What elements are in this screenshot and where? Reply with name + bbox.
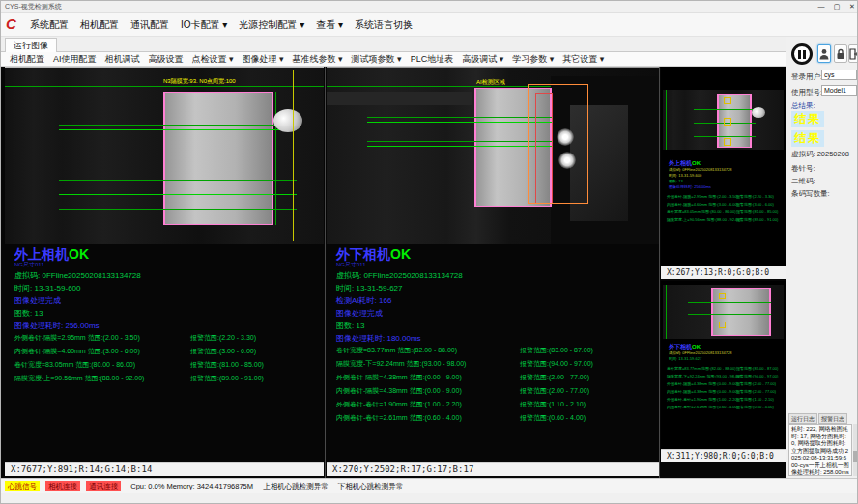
virtual-code-label: 虚拟码: 20250208 bbox=[791, 150, 849, 159]
comm-connection-badge: 通讯连接 bbox=[86, 481, 121, 491]
result-box-1: 结果 bbox=[791, 111, 824, 127]
measurement-alarm: 报警范围:(1.10 - 2.10) bbox=[520, 400, 586, 409]
tool-camera-debug[interactable]: 相机调试 bbox=[105, 52, 140, 67]
time-line: 时间: 13-31-59-627 bbox=[336, 283, 402, 294]
measurement-alarm: 报警范围:(0.60 - 4.00) bbox=[736, 405, 774, 409]
tool-ai-use-config[interactable]: AI使用配置 bbox=[53, 52, 97, 67]
maximize-button[interactable]: ▢ bbox=[830, 1, 844, 13]
detect-box bbox=[724, 97, 731, 104]
log-tab-alarm[interactable]: 报警日志 bbox=[818, 413, 847, 424]
measurement-label: 外侧卷针-卷针=1.90mm 范围:(1.00 - 2.20) bbox=[336, 401, 462, 407]
tool-spot-check[interactable]: 点检设置 ▾ bbox=[192, 52, 234, 67]
result-box-2: 结果 bbox=[791, 130, 824, 147]
thumb-barcode: 虚拟码: 0FFline20250208133134728 bbox=[669, 350, 731, 355]
user-button[interactable] bbox=[817, 44, 831, 63]
thumb-measurement-row: 卷针宽度=83.05mm 范围:(80.00 - 86.00) 报警范围:(81… bbox=[667, 210, 783, 215]
measure-line bbox=[59, 129, 297, 130]
tool-camera-config[interactable]: 相机配置 bbox=[10, 52, 44, 67]
tool-learning-params[interactable]: 学习参数 ▾ bbox=[512, 52, 554, 67]
middle-camera-view: AI检测区域 外下相机OK NG尺寸011 虚拟码: 0FFline202502… bbox=[327, 67, 659, 462]
tool-advanced-debug[interactable]: 高级调试 ▾ bbox=[462, 52, 503, 67]
measurement-label: 隔膜宽度-上=90.56mm 范围:(88.00 - 92.00) bbox=[14, 375, 144, 381]
thumb-image bbox=[663, 90, 784, 150]
menu-items: 系统配置 相机配置 通讯配置 IO卡配置 ▾ 光源控制配置 ▾ 查看 ▾ 系统语… bbox=[18, 13, 413, 37]
right-sidebar: 登录用户: cys 使用型号: Model1 总结果: 结果 结果 虚拟码: 2… bbox=[786, 37, 858, 478]
measurement-row: 卷针宽度=83.05mm 范围:(80.00 - 86.00) 报警范围:(81… bbox=[14, 360, 320, 369]
thumb-measurement-row: 隔膜宽度-上=90.56mm 范围:(88.00 - 92.00) 报警范围:(… bbox=[667, 217, 783, 223]
menu-light-config[interactable]: 光源控制配置 ▾ bbox=[239, 18, 304, 32]
thumb-measurement-row: 隔膜宽度-下=92.24mm 范围:(93.00 - 98.00) 报警范围:(… bbox=[667, 374, 783, 379]
tool-test-params[interactable]: 测试项参数 ▾ bbox=[352, 52, 402, 67]
reflection-highlight bbox=[557, 128, 574, 146]
menu-comm-config[interactable]: 通讯配置 bbox=[130, 18, 169, 32]
edge-line bbox=[666, 285, 667, 339]
tool-image-processing[interactable]: 图像处理 ▾ bbox=[243, 52, 284, 67]
exit-button[interactable] bbox=[848, 44, 858, 63]
measure-line bbox=[59, 209, 297, 210]
frame-count-line: 图数: 13 bbox=[14, 308, 43, 319]
reference-line bbox=[5, 86, 324, 87]
measurement-label: 外侧卷针-卷针=1.90mm 范围:(1.00 - 2.20) bbox=[667, 397, 738, 402]
camera-status: OK bbox=[69, 246, 89, 262]
detect-box bbox=[719, 322, 726, 328]
tab-run-image[interactable]: 运行图像 bbox=[5, 38, 57, 52]
close-button[interactable]: ✕ bbox=[845, 1, 858, 13]
log-text-area[interactable]: 耗时: 222, 网络检图耗时: 17, 网络分图耗时: 0, 网络提取分图耗时… bbox=[788, 424, 852, 476]
measure-overlay-label: N3隔膜宽:93. N0点间宽:100 bbox=[163, 77, 236, 86]
menu-system-config[interactable]: 系统配置 bbox=[30, 18, 69, 32]
tool-other-settings[interactable]: 其它设置 ▾ bbox=[562, 52, 604, 67]
tool-plc-address[interactable]: PLC地址表 bbox=[411, 52, 454, 67]
login-user-field[interactable]: cys bbox=[821, 70, 857, 80]
measurement-label: 隔膜宽度-下=92.24mm 范围:(93.00 - 98.00) bbox=[667, 374, 741, 378]
measurement-label: 内侧卷针-卷针=2.61mm 范围:(0.60 - 4.00) bbox=[336, 414, 462, 421]
left-camera-image: N3隔膜宽:93. N0点间宽:100 bbox=[5, 67, 324, 244]
time-line: 时间: 13-31-59-600 bbox=[14, 283, 80, 294]
measurement-row: 内侧卷针-卷针=2.61mm 范围:(0.60 - 4.00) 报警范围:(0.… bbox=[336, 413, 655, 422]
cpu-memory-text: Cpu: 0.0% Memory: 3424.41796875M bbox=[130, 479, 253, 493]
measurement-row: 隔膜宽度-上=90.56mm 范围:(88.00 - 92.00) 报警范围:(… bbox=[14, 374, 320, 382]
measurement-row: 外侧卷针-隔膜=4.38mm 范围:(0.00 - 9.00) 报警范围:(2.… bbox=[336, 373, 655, 381]
measurement-alarm: 报警范围:(2.00 - 77.00) bbox=[736, 389, 776, 394]
toolbar: 相机配置 AI使用配置 相机调试 高级设置 点检设置 ▾ 图像处理 ▾ 基准线参… bbox=[1, 52, 786, 67]
tool-advanced-settings[interactable]: 高级设置 bbox=[149, 52, 184, 67]
top-thumbnail[interactable]: 外上相机OK 虚拟码: 0FFline20250208133134728 时间:… bbox=[661, 67, 786, 279]
user-icon bbox=[819, 48, 829, 60]
menu-io-config[interactable]: IO卡配置 ▾ bbox=[181, 18, 227, 32]
measurement-label: 隔膜宽度-下=92.24mm 范围:(93.00 - 98.00) bbox=[336, 360, 466, 367]
thumb-measurement-row: 外侧卷针-隔膜=4.38mm 范围:(0.00 - 9.00) 报警范围:(2.… bbox=[667, 381, 783, 387]
menu-language-switch[interactable]: 系统语言切换 bbox=[355, 18, 413, 32]
pause-button[interactable] bbox=[791, 43, 813, 65]
measurement-alarm: 报警范围:(2.00 - 77.00) bbox=[520, 373, 589, 382]
menu-bar: C 系统配置 相机配置 通讯配置 IO卡配置 ▾ 光源控制配置 ▾ 查看 ▾ 系… bbox=[1, 13, 858, 37]
menu-camera-config[interactable]: 相机配置 bbox=[80, 18, 119, 32]
machine-bar bbox=[327, 92, 472, 105]
thumb-measurement-row: 内侧卷针-隔膜=4.60mm 范围:(3.00 - 6.00) 报警范围:(3.… bbox=[667, 202, 783, 208]
model-field[interactable]: Model1 bbox=[821, 85, 857, 96]
thumb-time: 时间: 13-31-59-627 bbox=[669, 356, 701, 361]
upper-camera-warning: 上相机心跳检测异常 bbox=[263, 479, 329, 493]
camera-name: 外上相机 bbox=[669, 160, 692, 166]
barcode-count-label: 条码写数量: bbox=[791, 189, 830, 199]
lock-button[interactable] bbox=[834, 44, 847, 63]
log-tabs: 运行日志 报警日志 操作日志 bbox=[788, 413, 858, 424]
log-tab-run[interactable]: 运行日志 bbox=[788, 413, 817, 424]
tool-baseline-params[interactable]: 基准线参数 ▾ bbox=[293, 52, 343, 67]
edge-line bbox=[666, 90, 667, 150]
boundary-line bbox=[293, 70, 294, 241]
measurement-label: 卷针宽度=83.05mm 范围:(80.00 - 86.00) bbox=[14, 361, 135, 368]
thumb-frames: 图数: 13 bbox=[669, 179, 683, 183]
measurement-label: 内侧卷针-隔膜=4.60mm 范围:(3.00 - 6.00) bbox=[14, 348, 140, 354]
qr-code-label: 二维码: bbox=[791, 177, 815, 186]
measurement-alarm: 报警范围:(0.60 - 4.00) bbox=[520, 413, 586, 423]
thumb-measurement-row: 内侧卷针-卷针=2.61mm 范围:(0.60 - 4.00) 报警范围:(0.… bbox=[667, 405, 783, 410]
measurement-label: 内侧卷针-隔膜=4.38mm 范围:(0.00 - 9.00) bbox=[336, 387, 462, 394]
measurement-label: 卷针宽度=83.77mm 范围:(82.00 - 88.00) bbox=[667, 366, 735, 371]
minimize-button[interactable]: — bbox=[815, 1, 828, 13]
process-time-line: 图像处理耗时: 180.00ms bbox=[336, 333, 421, 344]
exit-door-icon bbox=[849, 48, 858, 60]
menu-view[interactable]: 查看 ▾ bbox=[316, 18, 343, 32]
camera-status: OK bbox=[692, 160, 701, 166]
bottom-thumbnail[interactable]: 外下相机OK 虚拟码: 0FFline20250208133134728 时间:… bbox=[661, 281, 786, 462]
log-scrollbar[interactable] bbox=[853, 424, 857, 476]
lock-icon bbox=[836, 48, 845, 60]
